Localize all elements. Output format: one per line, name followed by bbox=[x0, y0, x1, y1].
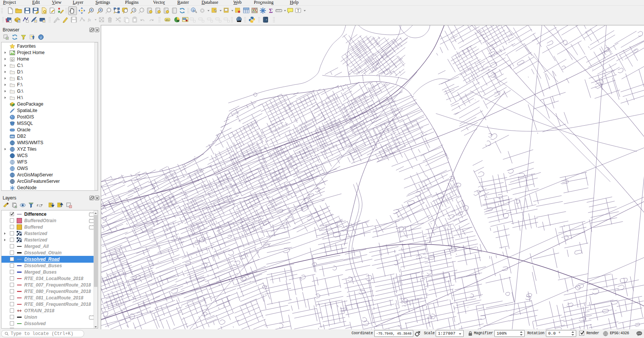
svg-text:T: T bbox=[297, 8, 299, 12]
svg-text:abc: abc bbox=[166, 19, 170, 21]
svg-text:DB2: DB2 bbox=[10, 136, 14, 138]
svg-text:fx: fx bbox=[88, 17, 91, 22]
svg-text:ε: ε bbox=[37, 202, 39, 207]
svg-text:Σ: Σ bbox=[269, 8, 273, 14]
svg-text:?: ? bbox=[266, 18, 267, 22]
